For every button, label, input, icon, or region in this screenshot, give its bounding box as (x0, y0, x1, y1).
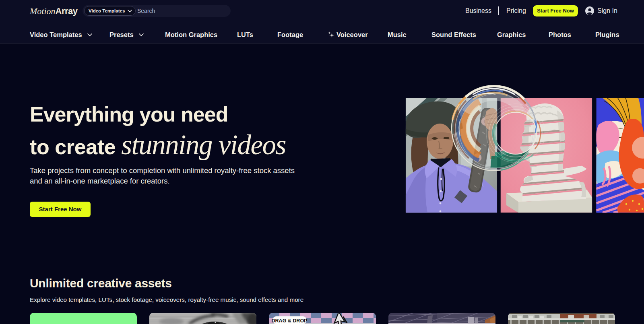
svg-text:DRAG & DROP: DRAG & DROP (272, 318, 308, 324)
